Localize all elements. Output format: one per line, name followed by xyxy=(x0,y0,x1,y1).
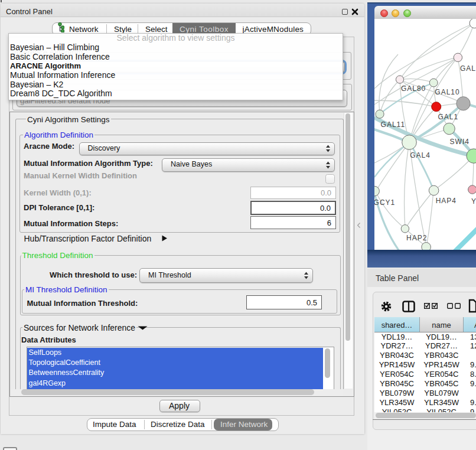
svg-text:Y: Y xyxy=(471,197,476,206)
svg-text:GAL1: GAL1 xyxy=(438,113,459,121)
svg-text:GCY1: GCY1 xyxy=(374,198,395,207)
svg-text:GAL: GAL xyxy=(460,64,476,73)
svg-text:SWI4: SWI4 xyxy=(450,138,470,146)
svg-text:HAP4: HAP4 xyxy=(436,197,457,205)
svg-text:GAL4: GAL4 xyxy=(410,151,431,159)
svg-text:GAL11: GAL11 xyxy=(381,120,405,129)
svg-text:HAP2: HAP2 xyxy=(406,234,427,242)
svg-text:GAL10: GAL10 xyxy=(435,88,459,96)
svg-text:GAL80: GAL80 xyxy=(401,84,426,93)
